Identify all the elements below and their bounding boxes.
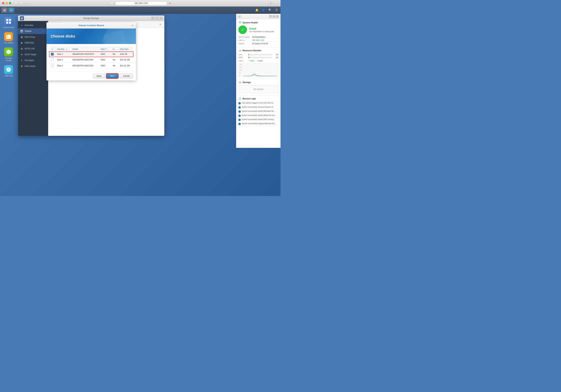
col-number[interactable]: Number ▲ — [55, 47, 71, 52]
row2-checkbox[interactable] — [51, 58, 54, 61]
menu-icon[interactable]: ☰ — [274, 8, 279, 13]
row3-checkbox[interactable] — [51, 64, 54, 67]
resource-monitor-title: 📊 Resource Monitor — [238, 49, 279, 52]
lan-value: 192.168.1.210 — [252, 39, 279, 41]
minimize-btn[interactable] — [6, 2, 8, 4]
notifications-icon[interactable]: 🔔 — [254, 8, 259, 13]
row1-type: HDD — [99, 52, 111, 57]
uptime-value: 25 day(s) 10:32:58 — [252, 42, 279, 44]
maximize-btn[interactable] — [9, 2, 11, 4]
ram-label: RAM — [238, 56, 247, 58]
dsm-help-label: DSM Help — [4, 75, 13, 77]
row1-size: 3.64 TB — [118, 52, 133, 57]
log-entry-2: i System successfully started [Windows f… — [236, 110, 280, 114]
server-name-row: Server Name SynRackStation — [238, 35, 279, 39]
log-entry-1: i System successfully removed [Volume 1]… — [236, 105, 280, 110]
col-model[interactable]: Model — [71, 47, 99, 52]
shield-icon: 🛡 — [238, 21, 241, 24]
package-center-icon[interactable]: Package Center — [2, 46, 15, 62]
dots-button[interactable]: ··· — [109, 1, 114, 5]
filestation-tab[interactable]: 🗂 — [8, 7, 14, 13]
ram-value: 5% — [274, 57, 279, 58]
log-entry-5: i System successfully stopped [Windows f… — [236, 122, 280, 126]
health-info: Good Your RackStation is working well. — [249, 27, 274, 32]
storage-manager-window: 💾 Storage Manager ≡ — ⤢ ≡ Overview — [18, 15, 164, 136]
filter-icon[interactable]: ≡ — [52, 48, 53, 50]
graph-labels: 200 150 100 50 0 — [239, 63, 242, 77]
row3-col4: No — [111, 63, 118, 69]
cancel-button[interactable]: Cancel — [119, 73, 133, 78]
row1-checkbox[interactable]: ✓ — [51, 53, 54, 56]
row3-checkbox-cell[interactable] — [49, 63, 55, 69]
col-4[interactable]: 4... — [111, 47, 118, 52]
panel-minimize-btn[interactable]: — — [269, 15, 272, 18]
svg-rect-0 — [6, 19, 8, 21]
uptime-row: Uptime 25 day(s) 10:32:58 — [238, 42, 279, 45]
wizard-titlebar: Volume Creation Wizard ✕ — [48, 22, 136, 29]
svg-point-6 — [7, 36, 8, 37]
health-circle: ✓ — [238, 25, 247, 34]
table-row[interactable]: ✓ Disk 1 WD40PURX-64GVNY0 HDD No 3.64 TB — [49, 52, 133, 57]
nav-forward-button[interactable]: › — [19, 1, 23, 5]
svg-text:?: ? — [8, 68, 10, 71]
next-button[interactable]: Next — [106, 73, 118, 78]
panel-plus-button[interactable]: + — [238, 15, 241, 18]
panel-close-btn[interactable]: ✕ — [276, 15, 279, 18]
grid-apps-icon[interactable]: ⊞ — [1, 7, 8, 13]
address-bar: ··· 192.168.1.210 ↻ — [109, 1, 172, 5]
col-disk-size[interactable]: Disk Size — [118, 47, 133, 52]
row1-checkbox-cell[interactable]: ✓ — [49, 52, 55, 57]
panel-expand-btn[interactable]: ⤢ — [273, 15, 275, 18]
close-btn[interactable] — [2, 2, 4, 4]
wizard-close-button[interactable]: ✕ — [131, 24, 134, 27]
lan-row: LAN 1 ▾ 192.168.1.210 — [238, 39, 279, 42]
file-station-img — [4, 32, 13, 41]
volume-creation-wizard: Volume Creation Wizard ✕ Choose disks — [48, 22, 136, 81]
row3-number: Disk 4 — [55, 63, 71, 69]
url-field[interactable]: 192.168.1.210 — [115, 1, 167, 5]
log-icon-4: i — [238, 119, 241, 121]
system-health-panel: + — ⤢ ✕ 🛡 System Health ✓ Good Your Rack… — [236, 14, 280, 148]
server-name-label: Server Name — [238, 36, 252, 38]
cpu-row: CPU 3% — [238, 53, 279, 56]
share-button[interactable]: ⬆ — [269, 1, 273, 5]
lan-dropdown-icon[interactable]: ▾ — [244, 40, 245, 41]
personal-icon[interactable]: 👤 — [261, 8, 266, 13]
wizard-header: Choose disks — [48, 29, 136, 44]
system-health-section: 🛡 System Health ✓ Good Your RackStation … — [236, 19, 280, 47]
dsm-help-icon[interactable]: ? DSM Help — [2, 64, 15, 78]
row2-type: HDD — [99, 57, 111, 63]
desktop-icons: Control Panel File Station — [0, 14, 17, 196]
sort-icon: ▲ — [66, 49, 67, 50]
log-icon-3: i — [238, 114, 241, 117]
row2-checkbox-cell[interactable] — [49, 57, 55, 63]
package-center-label: Package Center — [3, 57, 14, 62]
ram-row: RAM 5% — [238, 56, 279, 59]
panel-window-btns: — ⤢ ✕ — [269, 15, 279, 18]
monitor-icon: 📊 — [238, 49, 241, 52]
nav-back-button[interactable]: ‹ — [14, 1, 18, 5]
reload-button[interactable]: ↻ — [168, 1, 172, 5]
lan-label: LAN 1 ▾ — [238, 39, 252, 41]
wizard-overlay: Volume Creation Wizard ✕ Choose disks — [48, 21, 164, 136]
control-panel-label: Control Panel — [3, 26, 14, 29]
control-panel-img — [4, 17, 13, 26]
cpu-value: 3% — [274, 54, 279, 56]
log-text-4: System successfully started [NFS service… — [242, 118, 274, 120]
network-graph: 200 150 100 50 0 — [238, 63, 279, 77]
file-station-icon[interactable]: File Station — [2, 31, 15, 45]
cpu-bar — [248, 54, 249, 55]
mac-titlebar: ‹ › ▭ ··· 192.168.1.210 ↻ ⬆ + — [0, 0, 280, 7]
row3-type: HDD — [99, 63, 111, 69]
row2-model: WD10EFRX-68JCSN0 — [71, 57, 99, 63]
search-icon[interactable]: 🔍 — [267, 8, 273, 13]
window-toggle-btn[interactable]: ▭ — [25, 1, 29, 5]
col-disk-type[interactable]: Disk T... — [99, 47, 111, 52]
back-button[interactable]: Back — [93, 73, 105, 78]
control-panel-icon[interactable]: Control Panel — [2, 16, 15, 30]
plus-button[interactable]: + — [274, 1, 279, 5]
row1-model: WD40PURX-64GVNY0 — [71, 52, 99, 57]
table-row[interactable]: Disk 4 WD10EFRX-68JCSN0 HDD No 931.51 GB — [49, 63, 133, 69]
table-row[interactable]: Disk 3 WD10EFRX-68JCSN0 HDD No 931.51 GB — [49, 57, 133, 63]
traffic-lights — [2, 2, 11, 4]
